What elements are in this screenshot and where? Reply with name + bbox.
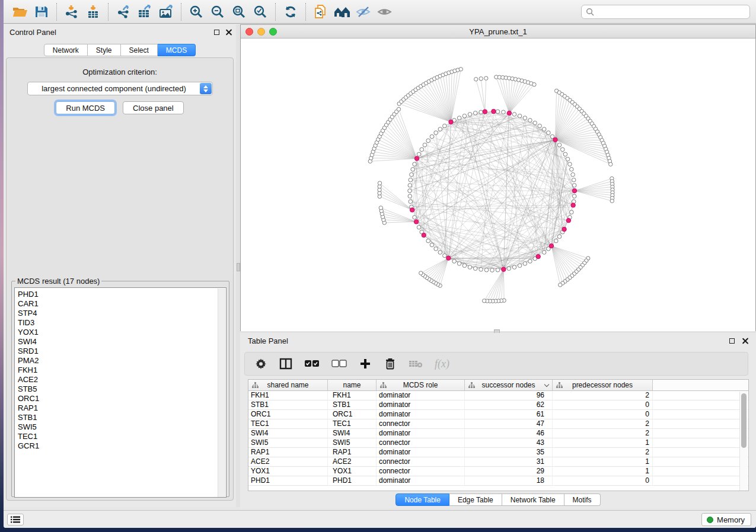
mcds-result-item[interactable]: TEC1 xyxy=(18,432,226,441)
open-file-button[interactable] xyxy=(9,2,31,22)
deselect-all-icon[interactable] xyxy=(331,356,347,371)
table-cell: TEC1 xyxy=(248,419,328,428)
show-hide-columns-icon[interactable] xyxy=(279,356,292,371)
table-cell: 0 xyxy=(553,410,653,419)
mcds-result-item[interactable]: FKH1 xyxy=(18,366,226,375)
delete-column-icon[interactable] xyxy=(384,356,397,371)
tab-style[interactable]: Style xyxy=(88,44,121,56)
tab-mcds[interactable]: MCDS xyxy=(158,44,196,56)
column-header-name[interactable]: name xyxy=(328,380,377,390)
table-cell: 2 xyxy=(553,391,653,400)
table-cell: dominator xyxy=(377,448,465,457)
refresh-layout-button[interactable] xyxy=(280,2,301,22)
column-header-label: predecessor nodes xyxy=(572,381,633,389)
table-tab-motifs[interactable]: Motifs xyxy=(564,493,601,506)
mcds-result-item[interactable]: GCR1 xyxy=(18,441,226,451)
close-panel-button[interactable]: Close panel xyxy=(123,101,184,114)
close-table-panel-icon[interactable] xyxy=(741,336,749,345)
table-tab-node-table[interactable]: Node Table xyxy=(395,493,449,506)
select-all-icon[interactable] xyxy=(304,356,320,371)
tab-network[interactable]: Network xyxy=(44,44,88,56)
task-history-button[interactable] xyxy=(7,514,24,525)
mcds-result-item[interactable]: STB1 xyxy=(18,413,226,422)
mcds-result-item[interactable]: TID3 xyxy=(18,318,226,328)
function-builder-icon[interactable]: f(x) xyxy=(435,356,449,371)
mcds-result-item[interactable]: YOX1 xyxy=(18,328,226,337)
close-window-icon[interactable] xyxy=(245,28,253,36)
network-window-titlebar[interactable]: YPA_prune.txt_1 xyxy=(241,25,755,39)
column-type-icon xyxy=(252,382,259,388)
delete-table-icon[interactable] xyxy=(409,356,423,371)
table-row[interactable]: SWI5SWI5connector431 xyxy=(248,438,748,448)
mcds-result-item[interactable]: STB5 xyxy=(18,384,226,394)
mcds-result-list[interactable]: PHD1CAR1STP4TID3YOX1SWI4SRD1PMA2FKH1ACE2… xyxy=(14,287,227,498)
table-scrollbar[interactable] xyxy=(739,392,748,491)
column-header-shared-name[interactable]: shared name xyxy=(248,380,328,390)
column-type-icon xyxy=(468,382,475,388)
close-panel-icon[interactable] xyxy=(224,28,232,36)
optimization-criterion-select[interactable]: largest connected component (undirected) xyxy=(27,82,213,95)
zoom-selected-button[interactable] xyxy=(250,2,271,22)
first-neighbors-button[interactable] xyxy=(331,2,353,22)
table-tab-edge-table[interactable]: Edge Table xyxy=(449,493,502,506)
zoom-out-button[interactable] xyxy=(207,2,228,22)
network-graph-canvas[interactable] xyxy=(241,39,755,331)
table-row[interactable]: RAP1RAP1dominator352 xyxy=(248,448,748,457)
clone-network-button[interactable] xyxy=(310,2,331,22)
vertical-splitter[interactable] xyxy=(236,24,240,507)
mcds-result-item[interactable]: RAP1 xyxy=(18,403,226,413)
vertical-splitter-handle[interactable] xyxy=(237,263,240,271)
import-network-button[interactable] xyxy=(61,2,82,22)
table-cell: 31 xyxy=(465,457,553,466)
table-row[interactable]: YOX1YOX1connector291 xyxy=(248,467,748,476)
float-table-panel-icon[interactable] xyxy=(728,336,736,345)
mcds-result-item[interactable]: SRD1 xyxy=(18,347,226,356)
mcds-result-item[interactable]: PHD1 xyxy=(18,290,226,299)
export-network-button[interactable] xyxy=(113,2,134,22)
mcds-result-group: MCDS result (17 nodes) PHD1CAR1STP4TID3Y… xyxy=(11,277,229,497)
table-row[interactable]: ORC1ORC1dominator610 xyxy=(248,410,748,419)
zoom-fit-button[interactable] xyxy=(228,2,250,22)
eye-icon xyxy=(377,5,393,19)
save-session-button[interactable] xyxy=(31,2,52,22)
table-cell: RAP1 xyxy=(248,448,328,457)
column-header-predecessor-nodes[interactable]: predecessor nodes xyxy=(553,380,653,390)
table-cell: connector xyxy=(377,457,465,466)
search-input[interactable] xyxy=(594,8,745,16)
mcds-result-item[interactable]: CAR1 xyxy=(18,299,226,309)
hide-selected-button[interactable] xyxy=(353,2,374,22)
mcds-result-scrollbar[interactable] xyxy=(218,289,225,498)
table-settings-gear-icon[interactable] xyxy=(254,356,267,371)
table-row[interactable]: TEC1TEC1connector472 xyxy=(248,419,748,429)
add-column-icon[interactable] xyxy=(359,356,372,371)
table-row[interactable]: STB1STB1dominator620 xyxy=(248,400,748,410)
zoom-in-button[interactable] xyxy=(186,2,207,22)
table-row[interactable]: SWI4SWI4dominator462 xyxy=(248,429,748,438)
show-all-button[interactable] xyxy=(374,2,395,22)
table-row[interactable]: ACE2ACE2connector311 xyxy=(248,457,748,467)
mcds-result-item[interactable]: ACE2 xyxy=(18,375,226,384)
table-row[interactable]: PHD1PHD1dominator180 xyxy=(248,476,748,486)
mcds-result-item[interactable]: STP4 xyxy=(18,309,226,318)
column-header-MCDS-role[interactable]: MCDS role xyxy=(377,380,465,390)
table-tab-network-table[interactable]: Network Table xyxy=(502,493,564,506)
tab-select[interactable]: Select xyxy=(121,44,158,56)
memory-button[interactable]: Memory xyxy=(701,513,751,526)
export-table-button[interactable] xyxy=(134,2,155,22)
export-image-button[interactable] xyxy=(155,2,177,22)
column-header-successor-nodes[interactable]: successor nodes xyxy=(465,380,553,390)
mcds-result-item[interactable]: SWI5 xyxy=(18,422,226,432)
mcds-result-item[interactable]: PMA2 xyxy=(18,356,226,366)
table-scrollbar-thumb[interactable] xyxy=(741,393,747,448)
column-type-icon xyxy=(556,382,563,388)
memory-status-icon xyxy=(707,517,713,523)
run-mcds-button[interactable]: Run MCDS xyxy=(56,101,115,114)
maximize-window-icon[interactable] xyxy=(269,28,277,36)
table-row[interactable]: FKH1FKH1dominator962 xyxy=(248,391,748,400)
import-table-button[interactable] xyxy=(82,2,104,22)
float-panel-icon[interactable] xyxy=(212,28,221,36)
table-panel-title: Table Panel xyxy=(248,336,288,345)
mcds-result-item[interactable]: ORC1 xyxy=(18,394,226,403)
mcds-result-item[interactable]: SWI4 xyxy=(18,337,226,347)
minimize-window-icon[interactable] xyxy=(257,28,265,36)
